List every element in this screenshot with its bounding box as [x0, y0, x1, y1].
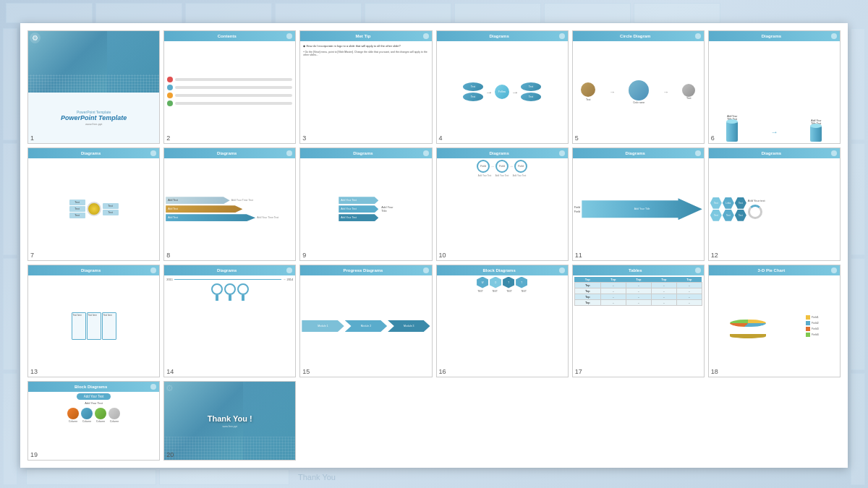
data-table-17: Top Top Top Top Top Top - - -: [574, 277, 702, 306]
slide-8-body: Add Text Add Your Time Text Add Text Add…: [164, 158, 295, 260]
slide-thumb-20[interactable]: ⚙ Thank You ! www.free-ppt 20: [163, 381, 296, 461]
slide-15-title: Progress Diagrams: [303, 268, 422, 273]
slide-thumb-1[interactable]: ⚙ PowerPoint Template PowerPoint Templat…: [27, 30, 160, 144]
th-4: Top: [651, 277, 676, 283]
s14-circles: [166, 283, 293, 301]
ghost-slides-left: [0, 25, 20, 488]
s16-hex2: O: [490, 277, 501, 288]
slide-thumb-10[interactable]: Diagrams Field → Field →: [436, 147, 569, 261]
contents-line-3: [175, 94, 292, 97]
contents-item-1: [167, 77, 292, 82]
slide-15-header: Progress Diagrams: [300, 265, 431, 275]
tl-circle3: [237, 283, 249, 295]
slide-16-title: Block Diagrams: [440, 268, 559, 273]
slide-7-header: Diagrams: [28, 148, 159, 158]
slide-6-inner: Diagrams Add YourTitle Text → Add YourT: [709, 31, 840, 143]
slide-thumb-13[interactable]: Diagrams Text here Text here: [27, 265, 160, 378]
s8-row2: Add Text: [166, 205, 294, 213]
slide-12-icon: [831, 150, 837, 156]
slide-thumb-4[interactable]: Diagrams Text Text → Follow → Text: [436, 30, 569, 144]
arrow-icon-4b: →: [511, 88, 519, 96]
pie-chart: [730, 313, 766, 338]
slide-thumb-5[interactable]: Circle Diagram Text → Circle name: [572, 30, 705, 144]
hex5: Text: [723, 210, 734, 221]
s20-text-area: Thank You ! www.free-ppt: [164, 406, 295, 437]
s9-arrows: Add Your Text Add Your Text Add Your Tex…: [339, 197, 378, 221]
slide-thumb-14[interactable]: Diagrams 2011 → 2014: [163, 265, 296, 378]
td-1-5: -: [676, 282, 702, 288]
td-4-5: -: [676, 299, 702, 305]
prog2: Module 2: [345, 320, 387, 332]
oval-1: Text: [463, 82, 483, 91]
oval-2: Text: [463, 93, 483, 101]
slide-2-header: Contents: [164, 31, 295, 41]
slide-thumb-6[interactable]: Diagrams Add YourTitle Text → Add YourT: [708, 30, 841, 144]
slide-number-6: 6: [711, 134, 715, 142]
s14-c1: [211, 283, 223, 301]
slide-number-1: 1: [30, 134, 34, 142]
slide-7-title: Diagrams: [31, 151, 150, 155]
slide-11-icon: [695, 150, 701, 156]
s20-url: www.free-ppt: [223, 425, 237, 428]
slide-thumb-3[interactable]: Met Tip ◆ How do I incorporate m logo to…: [299, 30, 432, 144]
slide-thumb-17[interactable]: Tables Top Top Top Top Top: [572, 265, 705, 378]
s13-text3: Text here: [103, 314, 115, 317]
arrow-10-2: →: [509, 164, 514, 168]
slide-12-inner: Diagrams Text Links Text Text Text Text: [709, 148, 840, 260]
slide-17-body: Top Top Top Top Top Top - - -: [573, 275, 704, 377]
pie-3d-top: [730, 320, 766, 327]
slide-number-16: 16: [439, 368, 446, 375]
contents-line-2: [175, 86, 292, 89]
s9-right-text: Add YourTitle: [381, 205, 393, 213]
s8-row3: Add Text Add Your Time Text: [166, 214, 294, 221]
slide-thumb-11[interactable]: Diagrams Field Field Add Your Title: [572, 147, 705, 261]
hex1: Text: [710, 197, 722, 209]
legend-color-1: [806, 315, 810, 320]
slide-thumb-9[interactable]: Diagrams Add Your Text Add Your Text Add…: [299, 147, 432, 261]
slide-19-inner: Block Diagrams Add Your Text Add Your Te…: [28, 382, 159, 460]
slide-number-5: 5: [575, 134, 579, 142]
slide-3-body: ◆ How do I incorporate m logo to a slide…: [300, 41, 431, 143]
legend-label-4: Field4: [812, 333, 819, 336]
s8-arrow2: Add Text: [166, 205, 242, 213]
s13-box2: Text here: [87, 312, 101, 340]
circle-group-5: Text: [581, 82, 595, 101]
slide-number-2: 2: [166, 134, 170, 142]
s7-rect3: Text: [69, 213, 85, 218]
s8-arrow3: Add Text: [166, 214, 255, 221]
slide-thumb-8[interactable]: Diagrams Add Text Add Your Time Text Add…: [163, 147, 296, 261]
contents-dot-2: [167, 85, 173, 90]
td-4-1: Top: [574, 299, 600, 305]
slide-thumb-15[interactable]: Progress Diagrams Module 1 Module 2 Modu…: [299, 265, 432, 378]
empty-cell-3: [572, 381, 705, 461]
s14-c2: [224, 283, 236, 301]
td-4-2: -: [600, 299, 626, 305]
slide-number-9: 9: [302, 252, 306, 259]
slide-number-15: 15: [302, 368, 310, 375]
slide-thumb-19[interactable]: Block Diagrams Add Your Text Add Your Te…: [27, 381, 160, 461]
contents-list: [167, 77, 292, 108]
circle-brown: [581, 82, 595, 97]
slide-11-body: Field Field Add Your Title: [573, 158, 704, 260]
th-5: Top: [676, 277, 702, 283]
slide-thumb-12[interactable]: Diagrams Text Links Text Text Text Text: [708, 147, 841, 261]
arrow-icon-4: →: [485, 88, 493, 96]
ghost-slides-right: [848, 25, 868, 488]
slide-thumb-18[interactable]: 3-D Pie Chart Field1: [708, 265, 841, 378]
legend-label-1: Field1: [812, 316, 819, 319]
slide-number-19: 19: [30, 451, 38, 458]
circle-main-5: [629, 80, 649, 100]
s19-circle4: [109, 408, 120, 419]
td-4-3: -: [626, 299, 651, 305]
slide-thumb-2[interactable]: Contents: [163, 30, 296, 144]
th-1: Top: [574, 277, 600, 283]
slide-20-inner: ⚙ Thank You ! www.free-ppt: [164, 382, 295, 460]
s7-right: Text Text: [103, 203, 119, 215]
td-1-3: -: [626, 282, 651, 288]
slide-thumb-16[interactable]: Block Diagrams W O T T TEXT TEXT: [436, 265, 569, 378]
empty-cell-1: [299, 381, 432, 461]
slide-11-inner: Diagrams Field Field Add Your Title: [573, 148, 704, 260]
slide-thumb-7[interactable]: Diagrams Text Text Text Text Text: [27, 147, 160, 261]
slide-19-header: Block Diagrams: [28, 382, 159, 392]
circle-gray: [682, 84, 695, 97]
